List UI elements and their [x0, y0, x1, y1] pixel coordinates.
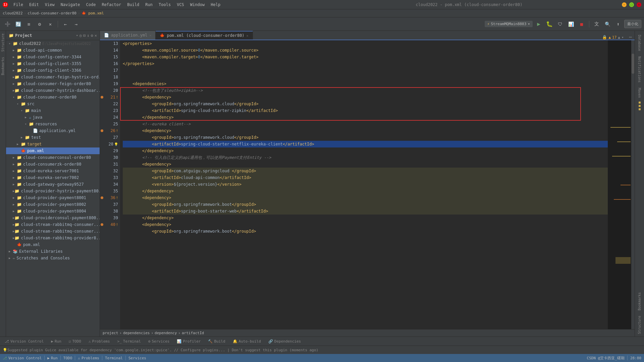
tree-item-java[interactable]: ▶ ☕ java — [6, 114, 100, 121]
tab-todo[interactable]: ☑ TODO — [65, 337, 85, 345]
tree-item-config-3344[interactable]: ▶ 📁 cloud-config-center-3344 — [6, 54, 100, 60]
status-run[interactable]: ▶ Run — [47, 356, 58, 360]
bc-dependency[interactable]: dependency — [155, 331, 177, 335]
dropdown-icon[interactable]: ▾ — [76, 34, 78, 37]
tree-item-payment8002[interactable]: ▶ 📁 cloud-provider-payment8002 — [6, 201, 100, 208]
tab-problems[interactable]: ⚠ Problems — [85, 337, 113, 345]
tree-item-test[interactable]: ▶ 📁 test — [6, 134, 100, 141]
forward-button[interactable]: → — [71, 19, 81, 29]
tree-item-feign-hystrix[interactable]: ▶ 📁 cloud-consumer-feign-hystrix-ord... — [6, 74, 100, 80]
status-services[interactable]: Services — [128, 356, 146, 360]
tab-terminal[interactable]: >_ Terminal — [114, 337, 144, 345]
menu-help[interactable]: Help — [208, 2, 223, 8]
tree-item-payment8001[interactable]: ▶ 📁 cloud-provider-payment8001 — [6, 194, 100, 201]
tree-item-eureka7002[interactable]: ▶ 📁 cloud-eureka-server7002 — [6, 174, 100, 181]
tree-item-resources[interactable]: ▾ 📁 resources — [6, 121, 100, 127]
bc-artifact-id[interactable]: artifactId — [182, 331, 204, 335]
collapse-icon[interactable]: ▾ — [622, 35, 624, 40]
tab-run[interactable]: ▶ Run — [48, 337, 65, 345]
scrollbar-thumb[interactable] — [632, 54, 634, 74]
collapse-button[interactable]: ≡ — [24, 19, 34, 29]
locate-icon[interactable]: ◎ — [79, 33, 82, 38]
tab-more-icon[interactable]: ⋯ — [627, 34, 635, 40]
database-tab[interactable]: Database — [637, 32, 642, 54]
menu-view[interactable]: View — [42, 2, 57, 8]
minimize-popup[interactable]: 最小化 — [624, 20, 641, 28]
search-button[interactable]: 🔍 — [603, 19, 612, 29]
run-button[interactable]: ▶ — [534, 19, 543, 29]
bc-project[interactable]: project — [103, 331, 118, 335]
tab-close-pom[interactable]: ✕ — [247, 34, 249, 38]
tab-pom-xml[interactable]: 🍁 pom.xml (cloud-consumer-order80) ✕ — [156, 31, 253, 40]
tab-version-control[interactable]: ⎇ Version Control — [1, 337, 47, 345]
status-todo[interactable]: TODO — [63, 356, 72, 360]
tab-dependencies[interactable]: 🔗 Dependencies — [265, 337, 304, 345]
tree-item-config-3366[interactable]: ▶ 📁 cloud-config-client-3366 — [6, 67, 100, 74]
tree-item-payment8004[interactable]: ▶ 📁 cloud-provider-payment8004 — [6, 208, 100, 215]
settings-button[interactable]: ⚙ — [35, 19, 44, 29]
structure-tab[interactable]: Structure — [0, 31, 5, 54]
tree-item-feign-order80[interactable]: ▶ 📁 cloud-consumer-feign-order80 — [6, 80, 100, 87]
sort-icon[interactable]: ↕ — [87, 33, 89, 38]
run-configuration[interactable]: ⚡ StreamMQMain8803 ▾ — [485, 21, 533, 27]
tree-item-hystrix-dash[interactable]: ▶ 📁 cloud-consumer-hystrix-dashboar... — [6, 87, 100, 94]
tree-item-zk-order80[interactable]: ▶ 📁 cloud-consumerzk-order80 — [6, 161, 100, 168]
menu-run[interactable]: Run — [143, 2, 155, 8]
tab-profiler[interactable]: 📊 Profiler — [173, 337, 204, 345]
tree-item-stream-provider[interactable]: ▶ 📁 cloud-stream-rabbitmq-provider8... — [6, 235, 100, 241]
menu-file[interactable]: File — [11, 2, 26, 8]
close-panel-icon[interactable]: ✕ — [95, 33, 97, 38]
menu-navigate[interactable]: Navigate — [58, 2, 83, 8]
tree-item-external-libraries[interactable]: ▶ 📚 External Libraries — [6, 248, 100, 255]
close-button[interactable]: ✕ — [637, 2, 641, 7]
tree-item-target[interactable]: ▶ 📁 target — [6, 141, 100, 147]
maximize-button[interactable]: □ — [629, 2, 634, 7]
menu-refactor[interactable]: Refactor — [99, 2, 124, 8]
tree-item-scratches[interactable]: ▶ ✏ Scratches and Consoles — [6, 255, 100, 261]
settings-panel-icon[interactable]: ⚙ — [91, 33, 93, 38]
add-button[interactable]: ➕ — [3, 19, 12, 29]
tree-item-config-3355[interactable]: ▶ 📁 cloud-config-client-3355 — [6, 60, 100, 67]
status-csdn[interactable]: CSDN @艾卡西亚_曙期 — [587, 356, 625, 361]
structure-side-tab[interactable]: Structure — [637, 313, 642, 337]
maven-tab[interactable]: Maven — [637, 85, 642, 101]
status-terminal[interactable]: Terminal — [105, 356, 123, 360]
breadcrumb-file[interactable]: 🍁 pom.xml — [82, 11, 104, 15]
menu-code[interactable]: Code — [84, 2, 99, 8]
tree-item-hystrix-payment[interactable]: ▶ 📁 cloud-provider-hystrix-payment80... — [6, 188, 100, 194]
tree-item-stream-consumer2[interactable]: ▶ 📁 cloud-stream-rabbitmq-consumer... — [6, 228, 100, 235]
tree-item-root-pom[interactable]: ▶ 🍁 pom.xml — [6, 241, 100, 248]
tree-item-eureka7001[interactable]: ▶ 📁 cloud-eureka-server7001 — [6, 168, 100, 174]
status-git[interactable]: ⎇ Version Control — [3, 356, 42, 360]
bookmarks-side-tab[interactable]: Bookmarks — [637, 290, 642, 313]
tree-item-src[interactable]: ▾ 📁 src — [6, 101, 100, 107]
tab-services[interactable]: ⚙ Services — [145, 337, 173, 345]
breadcrumb-module[interactable]: cloud-consumer-order80 — [28, 11, 76, 15]
tab-auto-build[interactable]: 🔔 Auto-build — [229, 337, 264, 345]
code-editor[interactable]: <properties> <maven.compiler.source>8</m… — [120, 40, 608, 329]
panel-close-button[interactable]: ✕ — [46, 19, 55, 29]
error-indicator[interactable]: 🔒 ▲ 17 ▲ ▾ — [599, 35, 626, 40]
status-problems[interactable]: ⚠ Problems — [78, 356, 99, 360]
bookmarks-tab[interactable]: Bookmarks — [0, 54, 5, 78]
tree-item-api-common[interactable]: ▶ 📁 cloud-api-common — [6, 47, 100, 54]
tree-root[interactable]: ▾ 📁 cloud2022 E:\JavaProject\cloud2022 — [6, 40, 100, 47]
tab-application-yml[interactable]: 📄 application.yml ✕ — [100, 31, 156, 40]
update-button[interactable]: ⬆ — [613, 19, 623, 29]
tree-item-gateway9527[interactable]: ▶ 📁 cloud-gateway-gateway9527 — [6, 181, 100, 188]
tree-item-pom-xml[interactable]: ▶ 🍁 pom.xml — [6, 147, 100, 154]
tab-build[interactable]: 🔨 Build — [205, 337, 228, 345]
notifications-tab[interactable]: Notifications — [637, 54, 642, 85]
menu-tools[interactable]: Tools — [156, 2, 173, 8]
collapse-all-icon[interactable]: ⊟ — [83, 33, 86, 38]
menu-edit[interactable]: Edit — [26, 2, 42, 8]
tree-item-main[interactable]: ▾ 📁 main — [6, 107, 100, 114]
tree-item-order80[interactable]: ▾ 📁 cloud-consumer-order80 — [6, 94, 100, 101]
back-button[interactable]: ← — [61, 19, 70, 29]
tree-item-consul-payment[interactable]: ▶ 📁 cloud-providerconsul-payment800... — [6, 215, 100, 221]
tree-item-consul-order80[interactable]: ▶ 📁 cloud-consumerconsul-order80 — [6, 154, 100, 161]
tree-item-stream-consumer1[interactable]: ▶ 📁 cloud-stream-rabbitmq-consumer... — [6, 221, 100, 228]
status-position[interactable]: 28:80 — [630, 356, 641, 360]
config-dropdown-icon[interactable]: ▾ — [528, 22, 530, 26]
translate-button[interactable]: 文 — [592, 19, 601, 29]
